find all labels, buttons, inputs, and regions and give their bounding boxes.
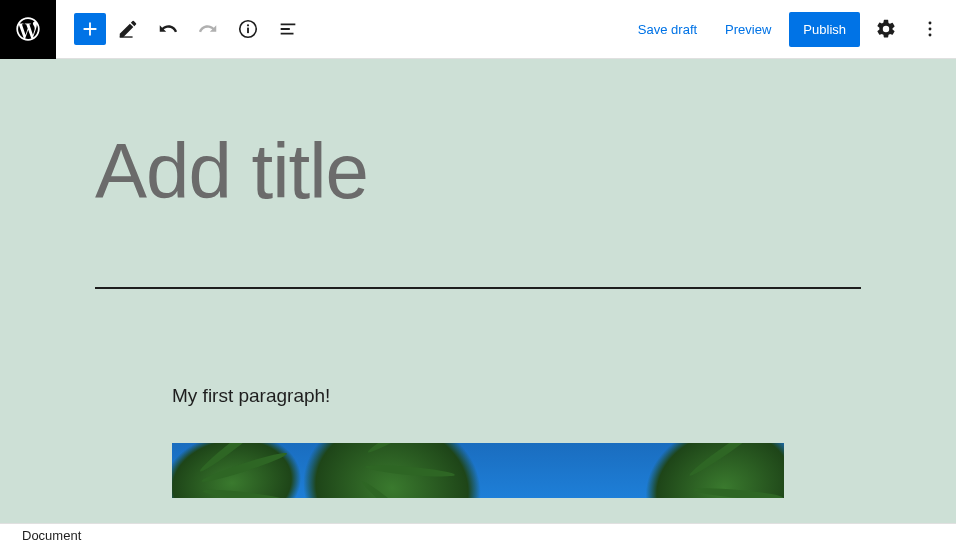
gear-icon: [875, 18, 897, 40]
image-content: [172, 443, 308, 498]
pencil-icon: [117, 18, 139, 40]
svg-rect-0: [120, 36, 133, 37]
svg-point-4: [929, 22, 932, 25]
more-vertical-icon: [919, 18, 941, 40]
wordpress-icon: [14, 15, 42, 43]
add-block-button[interactable]: [74, 13, 106, 45]
info-icon: [237, 18, 259, 40]
svg-point-6: [929, 33, 932, 36]
wordpress-logo-button[interactable]: [0, 0, 56, 59]
redo-icon: [197, 18, 219, 40]
plus-icon: [79, 18, 101, 40]
image-content: [630, 443, 784, 498]
edit-mode-button[interactable]: [110, 11, 146, 47]
paragraph-block[interactable]: My first paragraph!: [172, 385, 784, 407]
publish-button[interactable]: Publish: [789, 12, 860, 47]
outline-icon: [277, 18, 299, 40]
outline-button[interactable]: [270, 11, 306, 47]
footer-breadcrumb-bar: Document: [0, 523, 956, 546]
image-content: [290, 443, 493, 498]
top-toolbar: Save draft Preview Publish: [0, 0, 956, 59]
left-toolbar-group: [56, 11, 306, 47]
right-toolbar-group: Save draft Preview Publish: [628, 11, 956, 47]
undo-button[interactable]: [150, 11, 186, 47]
save-draft-button[interactable]: Save draft: [628, 14, 707, 45]
settings-button[interactable]: [868, 11, 904, 47]
image-block[interactable]: [172, 443, 784, 498]
svg-point-3: [247, 24, 249, 26]
more-options-button[interactable]: [912, 11, 948, 47]
svg-rect-2: [247, 28, 249, 34]
svg-point-5: [929, 28, 932, 31]
undo-icon: [157, 18, 179, 40]
preview-button[interactable]: Preview: [715, 14, 781, 45]
editor-canvas: Add title My first paragraph!: [0, 59, 956, 523]
post-content: Add title My first paragraph!: [95, 59, 861, 498]
breadcrumb-item[interactable]: Document: [22, 528, 81, 543]
post-title-input[interactable]: Add title: [95, 129, 861, 215]
info-button[interactable]: [230, 11, 266, 47]
redo-button[interactable]: [190, 11, 226, 47]
